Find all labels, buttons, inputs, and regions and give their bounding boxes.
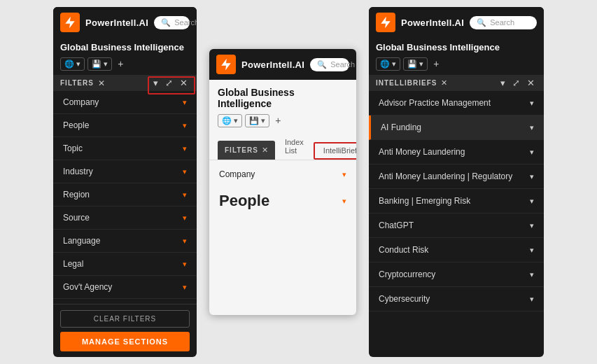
filter-item-topic[interactable]: Topic ▾ <box>53 137 197 160</box>
manage-sections-button[interactable]: MANAGE SECTIONS <box>60 332 190 351</box>
svg-marker-1 <box>221 59 230 71</box>
search-box-left[interactable]: 🔍 Search <box>154 16 190 29</box>
middle-chevron-people: ▾ <box>342 197 346 206</box>
ib-label-advisor: Advisor Practice Management <box>379 98 491 108</box>
svg-marker-2 <box>381 17 390 29</box>
filter-label-topic: Topic <box>63 144 83 153</box>
save-button-middle[interactable]: 💾 ▾ <box>245 114 269 127</box>
middle-chevron-company: ▾ <box>342 170 346 179</box>
globe-button-middle[interactable]: 🌐 ▾ <box>218 114 242 127</box>
ib-item-aml[interactable]: Anti Money Laundering ▾ <box>369 140 544 164</box>
ib-chevron-amlreg: ▾ <box>530 172 534 181</box>
ib-item-amlreg[interactable]: Anti Money Laundering | Regulatory ▾ <box>369 164 544 189</box>
ib-chevron-conductrisk: ▾ <box>530 246 534 255</box>
tab-indexlist-middle[interactable]: Index List <box>275 133 314 160</box>
ib-chevron-advisor: ▾ <box>530 99 534 108</box>
intellibriefs-close[interactable]: ✕ <box>441 78 447 88</box>
filter-close-middle[interactable]: ✕ <box>262 146 268 155</box>
middle-filter-label-company: Company <box>219 169 255 179</box>
filter-label-people: People <box>63 120 89 130</box>
ib-chevron-aml: ▾ <box>530 148 534 157</box>
search-placeholder-right: Search <box>490 18 514 27</box>
plus-button-left[interactable]: + <box>115 57 126 71</box>
tabs-row-middle: FILTERS ✕ Index List IntelliBriefs Trend… <box>209 133 356 160</box>
subtitle-right: Global Business Intelligence <box>369 38 544 55</box>
intellibriefs-bar: INTELLIBRIEFS ✕ ▾ ⤢ ✕ <box>369 75 544 91</box>
filter-label-company: Company <box>63 97 99 107</box>
ib-item-cybersec[interactable]: Cybersecurity ▾ <box>369 287 544 312</box>
ib-list: Advisor Practice Management ▾ AI Funding… <box>369 91 544 357</box>
ib-item-banking[interactable]: Banking | Emerging Risk ▾ <box>369 189 544 214</box>
subtitle-left: Global Business Intelligence <box>53 38 197 55</box>
middle-filter-people[interactable]: People ▾ <box>209 186 356 216</box>
search-placeholder-left: Search <box>174 18 197 27</box>
left-header: PowerIntell.AI 🔍 Search <box>53 7 197 38</box>
ib-item-conductrisk[interactable]: Conduct Risk ▾ <box>369 238 544 262</box>
filter-label-middle: FILTERS <box>225 146 258 154</box>
tab-filters-middle[interactable]: FILTERS ✕ <box>218 141 275 160</box>
globe-button-left[interactable]: 🌐 ▾ <box>60 57 85 71</box>
ib-chevron-crypto: ▾ <box>530 270 534 279</box>
icon-row-right: 🌐 ▾ 💾 ▾ + <box>369 55 544 75</box>
ib-chevron-banking: ▾ <box>530 197 534 206</box>
ib-item-crypto[interactable]: Cryptocurrency ▾ <box>369 262 544 287</box>
filter-label-left: FILTERS <box>60 79 94 87</box>
filter-bar-left: FILTERS ✕ ▾ ⤢ ✕ <box>53 75 197 91</box>
filter-label-region: Region <box>63 190 90 200</box>
filter-item-language[interactable]: Language ▾ <box>53 230 197 253</box>
filter-item-people[interactable]: People ▾ <box>53 114 197 137</box>
globe-button-right[interactable]: 🌐 ▾ <box>376 57 400 71</box>
ib-item-chatgpt[interactable]: ChatGPT ▾ <box>369 214 544 238</box>
ib-chevron-aifunding: ▾ <box>530 123 534 132</box>
subtitle-middle: Global Business Intelligence <box>209 80 356 112</box>
chevron-region: ▾ <box>183 190 187 200</box>
app-name-right: PowerIntell.AI <box>401 18 464 28</box>
ib-label-aifunding: AI Funding <box>381 122 421 132</box>
tab-intellibriefs-label: IntelliBriefs <box>323 146 356 155</box>
ib-label-aml: Anti Money Laundering <box>379 147 465 157</box>
chevron-company: ▾ <box>183 98 187 107</box>
filter-label-legal: Legal <box>63 259 83 269</box>
icon-row-middle: 🌐 ▾ 💾 ▾ + <box>209 112 356 133</box>
ib-chevron-cybersec: ▾ <box>530 295 534 304</box>
red-box-left <box>148 76 195 94</box>
chevron-industry: ▾ <box>183 167 187 176</box>
filter-label-language: Language <box>63 236 100 246</box>
filter-item-govagency[interactable]: Gov't Agency ▾ <box>53 276 197 299</box>
ib-item-advisor[interactable]: Advisor Practice Management ▾ <box>369 91 544 115</box>
app-name-left: PowerIntell.AI <box>85 18 148 28</box>
search-box-right[interactable]: 🔍 Search <box>470 16 537 29</box>
ib-item-aifunding[interactable]: AI Funding ▾ <box>369 115 544 140</box>
middle-filter-company[interactable]: Company ▾ <box>209 163 356 186</box>
logo-badge <box>60 13 80 32</box>
chevron-source: ▾ <box>183 214 187 223</box>
left-panel: PowerIntell.AI 🔍 Search Global Business … <box>53 7 197 357</box>
right-header: PowerIntell.AI 🔍 Search <box>369 7 544 38</box>
intellibriefs-controls: ▾ ⤢ ✕ <box>498 78 537 88</box>
filter-close-left[interactable]: ✕ <box>98 78 105 88</box>
logo-badge-right <box>376 13 395 32</box>
ib-label-chatgpt: ChatGPT <box>379 220 414 230</box>
search-box-middle[interactable]: 🔍 Search <box>310 58 349 71</box>
filter-label-industry: Industry <box>63 167 93 176</box>
svg-marker-0 <box>65 17 74 29</box>
minimize-btn-right[interactable]: ▾ <box>498 78 507 88</box>
tab-intellibriefs-middle[interactable]: IntelliBriefs <box>314 141 356 160</box>
filter-label-govagency: Gov't Agency <box>63 282 112 292</box>
filter-label-source: Source <box>63 213 90 223</box>
filter-list-left: Company ▾ People ▾ Topic ▾ Industry ▾ Re… <box>53 91 197 304</box>
filter-item-source[interactable]: Source ▾ <box>53 206 197 230</box>
filter-item-legal[interactable]: Legal ▾ <box>53 253 197 276</box>
save-button-right[interactable]: 💾 ▾ <box>403 57 428 71</box>
plus-button-right[interactable]: + <box>430 57 442 71</box>
filter-item-industry[interactable]: Industry ▾ <box>53 160 197 183</box>
close-btn-right[interactable]: ✕ <box>525 78 537 88</box>
clear-filters-button[interactable]: CLEAR FILTERS <box>60 310 190 328</box>
save-button-left[interactable]: 💾 ▾ <box>87 57 112 71</box>
search-placeholder-middle: Search <box>330 60 355 69</box>
search-icon-left: 🔍 <box>161 18 171 27</box>
filter-item-region[interactable]: Region ▾ <box>53 183 197 206</box>
plus-button-middle[interactable]: + <box>272 113 283 127</box>
expand-btn-right[interactable]: ⤢ <box>510 78 522 88</box>
middle-header: PowerIntell.AI 🔍 Search <box>209 49 356 80</box>
